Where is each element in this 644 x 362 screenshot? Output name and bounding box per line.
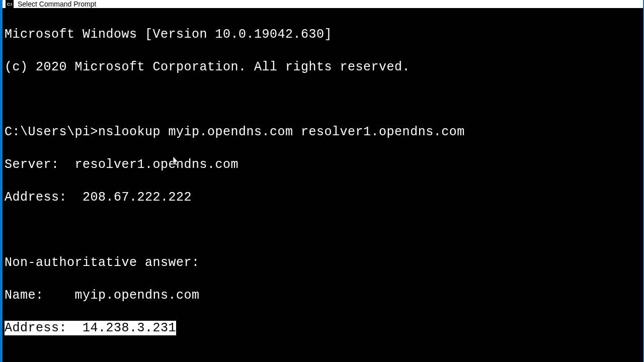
banner-line: Microsoft Windows [Version 10.0.19042.63… (5, 27, 641, 43)
blank-line (5, 222, 641, 238)
cmd-icon-text: C:\ (7, 2, 13, 7)
address-result-line: Address: 14.238.3.231 (5, 320, 641, 337)
blank-line (5, 353, 641, 363)
name-line: Name: myip.opendns.com (5, 288, 641, 304)
server-line: Server: resolver1.opendns.com (5, 157, 641, 173)
window-title: Select Command Prompt (18, 0, 96, 8)
command-prompt-window: C:\ Select Command Prompt Microsoft Wind… (3, 0, 643, 362)
cmd-icon: C:\ (6, 0, 14, 8)
selected-text: Address: 14.238.3.231 (5, 321, 176, 335)
nonauth-line: Non-authoritative answer: (5, 255, 641, 272)
terminal-output[interactable]: Microsoft Windows [Version 10.0.19042.63… (3, 8, 643, 362)
server-address-line: Address: 208.67.222.222 (5, 190, 641, 206)
command-line: C:\Users\pi>nslookup myip.opendns.com re… (5, 124, 641, 141)
copyright-line: (c) 2020 Microsoft Corporation. All righ… (5, 59, 641, 76)
blank-line (5, 92, 641, 108)
titlebar[interactable]: C:\ Select Command Prompt (3, 0, 643, 8)
